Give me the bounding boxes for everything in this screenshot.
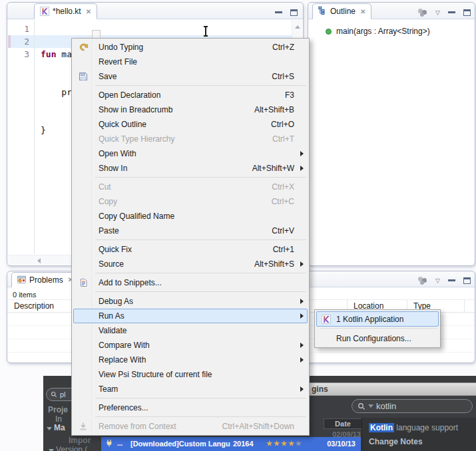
tree-item[interactable]: Version (: [49, 445, 87, 451]
menu-item-label: Run Configurations...: [336, 334, 411, 343]
scroll-left-icon[interactable]: [37, 258, 41, 263]
context-menu-separator: [95, 85, 306, 86]
menu-item-label: Undo Typing: [99, 43, 143, 52]
run-as-submenu-separator: [320, 328, 437, 329]
menu-item-label: Show in Breadcrumb: [99, 105, 172, 114]
scroll-up-icon[interactable]: [295, 25, 300, 29]
context-menu-item-team[interactable]: Team: [73, 382, 308, 396]
menu-item-label: Show In: [99, 164, 127, 173]
context-menu-item-undo-typing[interactable]: Undo TypingCtrl+Z: [73, 40, 308, 55]
menu-item-shortcut: Ctrl+X: [272, 182, 294, 192]
view-toolbar-icon[interactable]: [418, 9, 427, 17]
context-menu-item-open-with[interactable]: Open With: [73, 146, 308, 161]
menu-item-shortcut: Ctrl+Z: [272, 43, 294, 52]
context-menu-item-compare-with[interactable]: Compare With: [73, 338, 308, 353]
problems-view-icon: [17, 275, 26, 285]
menu-item-label: Revert File: [99, 57, 137, 67]
menu-item-shortcut: Ctrl+T: [272, 134, 294, 144]
selected-plugin-row[interactable]: ... [Downloaded]Custom Langu 20164 ★★★★★…: [101, 437, 361, 451]
menu-item-label: Run As: [99, 311, 124, 321]
context-menu-item-open-declaration[interactable]: Open DeclarationF3: [73, 88, 308, 102]
context-menu-item-revert-file[interactable]: Revert File: [73, 55, 308, 69]
minimize-icon[interactable]: [448, 11, 455, 18]
tab-close-icon[interactable]: ✕: [360, 8, 365, 15]
menu-item-label: Copy: [99, 197, 117, 206]
maximize-icon[interactable]: [463, 9, 471, 16]
context-menu-item-view-psi-structure-of-current-file[interactable]: View Psi Structure of current file: [73, 367, 308, 382]
context-menu-item-validate[interactable]: Validate: [73, 323, 308, 338]
submenu-arrow-icon: [300, 166, 304, 171]
problems-tab[interactable]: Problems ✕: [11, 272, 79, 287]
date-column-header[interactable]: Date: [324, 418, 362, 429]
maximize-icon[interactable]: [463, 277, 471, 284]
save-icon: [77, 71, 89, 82]
context-menu-separator: [95, 398, 306, 398]
context-menu-item-source[interactable]: SourceAlt+Shift+S: [73, 257, 308, 271]
context-menu-item-show-in[interactable]: Show InAlt+Shift+W: [73, 161, 308, 176]
editor-tab-hello-kt[interactable]: *hello.kt ✕: [34, 3, 97, 19]
outline-item-label: main(args : Array<String>): [336, 27, 430, 36]
tab-close-icon[interactable]: ✕: [86, 8, 91, 15]
menu-item-label: Quick Type Hierarchy: [99, 134, 175, 144]
line-number-gutter[interactable]: 1 2 3: [7, 20, 35, 254]
column-header-description[interactable]: Description: [14, 301, 54, 311]
plugin-details-panel: Kotlin language support Change Notes: [361, 418, 476, 451]
text-cursor: [205, 27, 206, 36]
menu-item-shortcut: Ctrl+C: [272, 197, 294, 206]
context-menu-item-quick-fix[interactable]: Quick FixCtrl+1: [73, 242, 308, 257]
context-menu-item-run-as[interactable]: Run As: [73, 309, 308, 323]
outline-item-main[interactable]: main(args : Array<String>): [326, 27, 430, 36]
view-toolbar-icon[interactable]: [418, 277, 427, 285]
plugins-dialog-titlebar: gins: [305, 382, 476, 396]
undo-icon: [77, 42, 89, 53]
menu-item-shortcut: Ctrl+O: [271, 120, 294, 129]
menu-item-label: Debug As: [99, 297, 133, 306]
maximize-icon[interactable]: [290, 9, 298, 16]
problems-item-count: 0 items: [13, 291, 36, 299]
menu-item-label: Quick Fix: [99, 245, 132, 254]
view-menu-icon[interactable]: ▽: [435, 9, 440, 16]
view-menu-icon[interactable]: ▽: [435, 277, 440, 284]
minimize-icon[interactable]: [448, 279, 455, 286]
search-options-icon[interactable]: [368, 404, 373, 408]
context-menu-item-show-in-breadcrumb[interactable]: Show in BreadcrumbAlt+Shift+B: [73, 102, 308, 117]
submenu-arrow-icon: [300, 357, 304, 363]
context-menu-item-save[interactable]: SaveCtrl+S: [73, 69, 308, 84]
import-button-fragment[interactable]: Impor: [69, 436, 91, 445]
editor-context-menu: Undo TypingCtrl+ZRevert FileSaveCtrl+SOp…: [71, 38, 310, 436]
run-as-submenu-item-1-kotlin-application[interactable]: 1 Kotlin Application: [316, 311, 439, 327]
context-menu-item-add-to-snippets[interactable]: Add to Snippets...: [73, 275, 308, 290]
context-menu-item-quick-type-hierarchy[interactable]: Quick Type HierarchyCtrl+T: [73, 132, 308, 146]
line-number: 2: [7, 35, 29, 48]
context-menu-item-paste[interactable]: PasteCtrl+V: [73, 224, 308, 238]
problems-tab-title: Problems: [29, 275, 63, 285]
minimize-icon[interactable]: [275, 11, 282, 18]
submenu-arrow-icon: [300, 151, 304, 156]
context-menu-item-preferences[interactable]: Preferences...: [73, 400, 308, 415]
run-as-submenu-item-run-configurations[interactable]: Run Configurations...: [316, 331, 439, 346]
context-menu-item-copy[interactable]: CopyCtrl+C: [73, 194, 308, 209]
editor-tabbar: *hello.kt ✕: [7, 3, 303, 19]
outline-pane: Outline ✕ ▽ main(args : Array<String>): [308, 2, 475, 266]
tree-item[interactable]: Ma: [47, 423, 65, 432]
tree-item[interactable]: In: [55, 414, 62, 424]
menu-item-label: Team: [99, 384, 118, 394]
search-text: pl: [60, 390, 66, 398]
menu-item-label: Quick Outline: [99, 120, 146, 129]
submenu-arrow-icon: [300, 386, 304, 392]
context-menu-item-copy-qualified-name[interactable]: Copy Qualified Name: [73, 209, 308, 224]
outline-tab-title: Outline: [330, 7, 356, 16]
context-menu-item-replace-with[interactable]: Replace With: [73, 353, 308, 367]
context-menu-separator: [95, 239, 306, 240]
context-menu-separator: [95, 273, 306, 273]
tree-item[interactable]: Proje: [48, 405, 68, 414]
submenu-arrow-icon: [300, 261, 304, 267]
context-menu-item-remove-from-context[interactable]: Remove from ContextCtrl+Alt+Shift+Down: [73, 419, 308, 434]
plugins-search-input[interactable]: kotlin: [352, 399, 473, 413]
outline-tabbar: Outline ✕ ▽: [308, 3, 475, 19]
submenu-arrow-icon: [300, 313, 304, 319]
context-menu-item-cut[interactable]: CutCtrl+X: [73, 180, 308, 194]
outline-tab[interactable]: Outline ✕: [312, 3, 371, 19]
context-menu-item-quick-outline[interactable]: Quick OutlineCtrl+O: [73, 117, 308, 132]
context-menu-item-debug-as[interactable]: Debug As: [73, 294, 308, 309]
